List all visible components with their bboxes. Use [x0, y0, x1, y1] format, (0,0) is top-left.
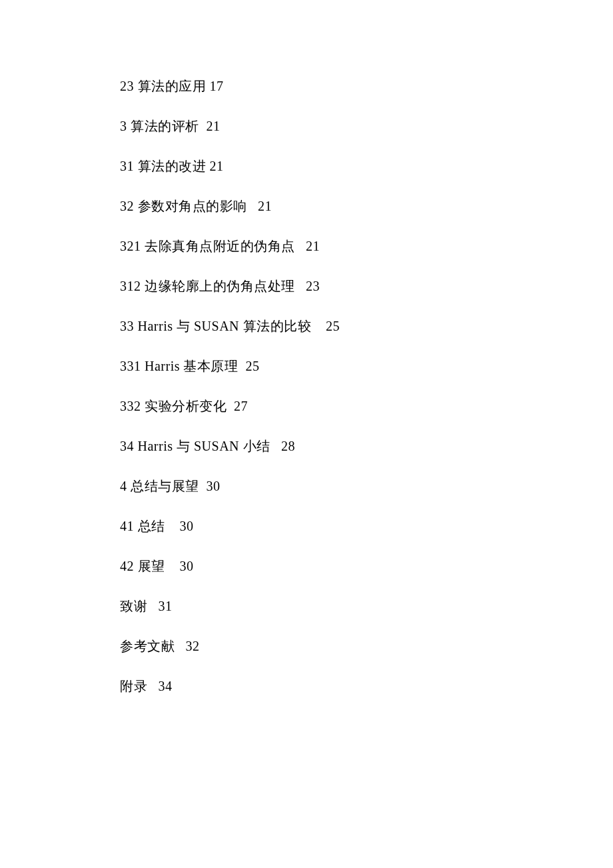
toc-entry: 参考文献 32 [120, 637, 613, 655]
toc-entry: 321 去除真角点附近的伪角点 21 [120, 237, 613, 255]
toc-entry: 致谢 31 [120, 597, 613, 615]
toc-entry: 23 算法的应用 17 [120, 77, 613, 95]
toc-entry: 331 Harris 基本原理 25 [120, 357, 613, 375]
toc-entry: 附录 34 [120, 677, 613, 695]
toc-entry: 31 算法的改进 21 [120, 157, 613, 175]
toc-entry: 42 展望 30 [120, 557, 613, 575]
toc-entry: 332 实验分析变化 27 [120, 397, 613, 415]
toc-entry: 4 总结与展望 30 [120, 477, 613, 495]
table-of-contents: 23 算法的应用 17 3 算法的评析 21 31 算法的改进 21 32 参数… [120, 77, 613, 695]
toc-entry: 3 算法的评析 21 [120, 117, 613, 135]
toc-entry: 32 参数对角点的影响 21 [120, 197, 613, 215]
toc-entry: 41 总结 30 [120, 517, 613, 535]
toc-entry: 34 Harris 与 SUSAN 小结 28 [120, 437, 613, 455]
toc-entry: 33 Harris 与 SUSAN 算法的比较 25 [120, 317, 613, 335]
toc-entry: 312 边缘轮廓上的伪角点处理 23 [120, 277, 613, 295]
